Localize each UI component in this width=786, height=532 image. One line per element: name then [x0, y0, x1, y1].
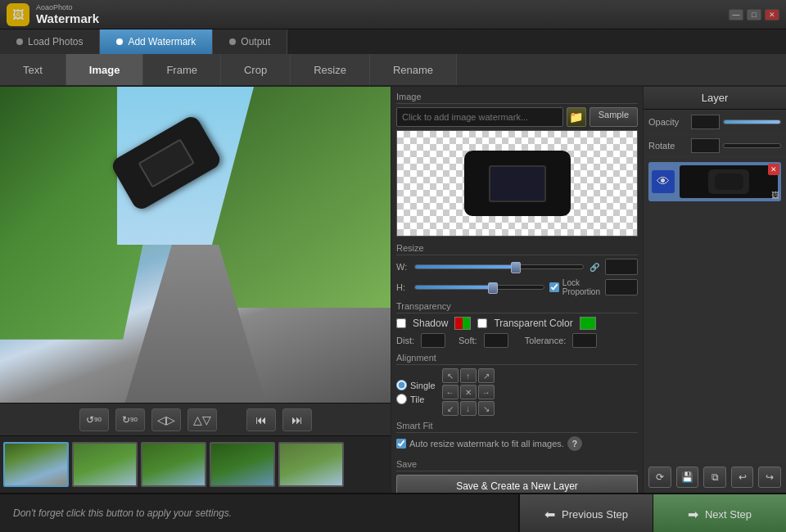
lock-proportion-checkbox[interactable] [549, 282, 559, 292]
single-label: Single [410, 381, 436, 390]
layer-tool-undo-button[interactable]: ↩ [731, 467, 754, 488]
skip-back-button[interactable]: ⏮ [246, 408, 276, 431]
align-top-left-button[interactable]: ↖ [442, 368, 458, 383]
soft-input[interactable]: 2 [484, 333, 508, 348]
flip-horizontal-button[interactable]: ◁▷ [151, 408, 181, 431]
transparent-color-swatch[interactable] [580, 317, 596, 330]
smartfit-help-button[interactable]: ? [567, 436, 582, 451]
layer-opacity-row: Opacity 100 [644, 110, 786, 135]
thumbnail-item[interactable] [210, 442, 275, 487]
align-bot-center-button[interactable]: ↓ [460, 401, 477, 416]
lock-proportion-label: LockProportion [562, 278, 600, 296]
align-bot-left-button[interactable]: ↙ [442, 401, 458, 416]
layer-tool-redo-button[interactable]: ↪ [758, 467, 781, 488]
width-slider-fill [415, 265, 516, 268]
rotate-label: Rotate [648, 141, 688, 151]
dist-input[interactable]: 5 [421, 333, 445, 348]
rotate-input[interactable]: 0 [691, 138, 720, 153]
close-button[interactable]: ✕ [765, 9, 779, 20]
minimize-button[interactable]: — [729, 9, 743, 20]
save-create-layer-button[interactable]: Save & Create a New Layer [396, 475, 638, 493]
image-section: Image 📁 Sample [396, 92, 638, 237]
tolerance-input[interactable]: 10 [572, 333, 597, 348]
controls-bar: ↺90 ↻90 ◁▷ △▽ ⏮ ⏭ [0, 403, 391, 435]
image-preview-box [396, 130, 638, 237]
layer-tool-save-button[interactable]: 💾 [676, 467, 699, 488]
transparency-row: Shadow Transparent Color [396, 317, 638, 330]
align-top-row: ↖ ↑ ↗ [442, 368, 495, 383]
flip-vertical-button[interactable]: △▽ [187, 408, 217, 431]
height-value-input[interactable]: 3.79 [605, 279, 638, 295]
maximize-button[interactable]: □ [747, 9, 761, 20]
nav-dot [16, 38, 23, 45]
rotate-ccw-button[interactable]: ↺90 [79, 408, 109, 431]
status-text: Don't forget click this button to apply … [13, 507, 232, 519]
h-label: H: [396, 282, 409, 292]
width-slider-thumb[interactable] [511, 262, 521, 273]
rotate-cw-button[interactable]: ↻90 [115, 408, 145, 431]
thumbnail-item[interactable] [141, 442, 206, 487]
align-mid-left-button[interactable]: ← [442, 385, 458, 399]
height-slider-thumb[interactable] [488, 282, 498, 294]
preview-image [0, 87, 391, 403]
tab-resize[interactable]: Resize [291, 54, 370, 85]
layer-tool-reset-button[interactable]: ⟳ [648, 467, 671, 488]
save-section: Save Save & Create a New Layer [396, 456, 638, 493]
smartfit-checkbox[interactable] [396, 439, 406, 449]
align-top-center-button[interactable]: ↑ [460, 368, 477, 383]
tab-bar: Text Image Frame Crop Resize Rename [0, 54, 786, 87]
dist-soft-row: Dist: 5 Soft: 2 Tolerance: 10 [396, 333, 638, 348]
tile-radio[interactable] [396, 394, 407, 404]
align-top-right-button[interactable]: ↗ [478, 368, 495, 383]
rotate-slider[interactable] [723, 143, 781, 148]
status-bar: Don't forget click this button to apply … [0, 494, 519, 532]
transparent-color-checkbox[interactable] [477, 318, 487, 328]
next-step-button[interactable]: ➡ Next Step [653, 494, 786, 532]
lock-proportion-check: LockProportion [549, 278, 600, 296]
opacity-input[interactable]: 100 [691, 115, 720, 129]
layer-close-button[interactable]: ✕ [768, 164, 779, 175]
width-value-input[interactable]: 3.79 [605, 259, 638, 275]
image-path-input[interactable] [396, 107, 563, 127]
nav-step-load-photos[interactable]: Load Photos [0, 29, 100, 54]
nav-step-output[interactable]: Output [213, 29, 287, 54]
width-slider[interactable] [414, 264, 584, 269]
transparency-section-label: Transparency [396, 301, 638, 313]
nav-dot [116, 38, 123, 45]
nav-step-add-watermark[interactable]: Add Watermark [100, 29, 213, 54]
align-center-button[interactable]: ✕ [460, 385, 477, 399]
align-mid-right-button[interactable]: → [478, 385, 495, 399]
align-bot-right-button[interactable]: ↘ [478, 401, 495, 416]
single-radio[interactable] [396, 380, 407, 390]
shadow-label: Shadow [413, 318, 448, 329]
browse-folder-button[interactable]: 📁 [567, 107, 586, 127]
layer-visibility-button[interactable]: 👁 [652, 170, 675, 193]
tab-image[interactable]: Image [66, 54, 144, 85]
thumbnail-item[interactable] [3, 442, 69, 487]
tab-text[interactable]: Text [0, 54, 66, 85]
save-section-label: Save [396, 459, 638, 471]
thumbnail-item[interactable] [72, 442, 138, 487]
link-icon: 🔗 [589, 263, 600, 272]
left-panel: ↺90 ↻90 ◁▷ △▽ ⏮ ⏭ [0, 87, 391, 493]
brand-name: AoaoPhoto [36, 3, 99, 11]
tab-frame[interactable]: Frame [143, 54, 221, 85]
layer-tool-copy-button[interactable]: ⧉ [703, 467, 726, 488]
thumbnail-item[interactable] [278, 442, 344, 487]
tab-crop[interactable]: Crop [221, 54, 291, 85]
smartfit-label: Auto resize watermark to fit all images. [409, 439, 564, 449]
resize-section: Resize W: 🔗 3.79 H: [396, 243, 638, 296]
skip-forward-button[interactable]: ⏭ [282, 408, 312, 431]
tab-rename[interactable]: Rename [370, 54, 457, 85]
tolerance-label: Tolerance: [525, 336, 567, 345]
shadow-color-swatch[interactable] [454, 317, 471, 330]
width-slider-row: W: 🔗 3.79 [396, 259, 638, 275]
sample-button[interactable]: Sample [590, 107, 638, 127]
image-input-row: 📁 Sample [396, 107, 638, 127]
height-slider[interactable] [414, 285, 544, 290]
opacity-slider[interactable] [723, 119, 781, 124]
shadow-checkbox[interactable] [396, 318, 406, 328]
previous-step-button[interactable]: ⬅ Previous Step [519, 494, 653, 532]
nav-step-label: Output [241, 36, 270, 47]
layer-thumb-inner [708, 169, 749, 194]
